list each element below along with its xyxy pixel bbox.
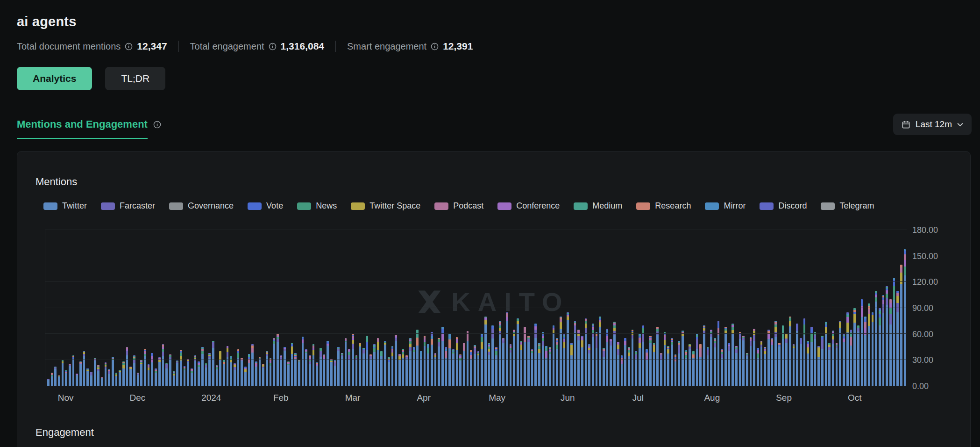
bar[interactable] [334,360,336,386]
bar[interactable] [553,325,555,386]
bar[interactable] [266,351,268,386]
bar[interactable] [746,353,748,386]
bar[interactable] [703,325,705,386]
bar[interactable] [510,344,512,386]
bar[interactable] [538,343,540,386]
bar[interactable] [230,356,232,386]
bar[interactable] [560,317,562,386]
bar[interactable] [610,339,612,386]
info-icon[interactable] [125,43,133,50]
bar[interactable] [556,338,558,386]
bar[interactable] [721,349,723,386]
bar[interactable] [137,373,139,386]
bar[interactable] [208,353,211,386]
bar[interactable] [714,338,716,386]
bar[interactable] [757,348,759,386]
bar[interactable] [212,341,214,386]
bar[interactable] [599,317,601,386]
legend-item[interactable]: Governance [169,201,234,211]
bar[interactable] [617,342,619,386]
bar[interactable] [359,343,361,386]
bar[interactable] [689,344,691,386]
legend-item[interactable]: Discord [760,201,807,211]
bar[interactable] [800,338,802,386]
bar[interactable] [774,321,777,386]
bar[interactable] [380,351,383,386]
bar[interactable] [101,377,103,386]
bar[interactable] [427,344,429,386]
bar[interactable] [366,336,369,386]
info-icon[interactable] [431,43,439,50]
bar[interactable] [807,341,809,386]
bar[interactable] [327,341,329,386]
bar[interactable] [384,341,386,386]
bar[interactable] [47,379,50,386]
bar[interactable] [782,325,784,386]
bar[interactable] [316,362,318,386]
bar[interactable] [632,330,634,386]
bar[interactable] [452,349,454,386]
legend-item[interactable]: News [297,201,337,211]
bar[interactable] [105,362,107,386]
bar[interactable] [563,334,566,386]
bar[interactable] [184,366,186,386]
bar[interactable] [373,344,376,386]
bar[interactable] [463,343,465,386]
bar[interactable] [416,330,419,386]
tab-analytics[interactable]: Analytics [17,67,92,90]
bar[interactable] [810,327,813,386]
bar[interactable] [273,338,275,386]
bar[interactable] [248,354,250,386]
bar[interactable] [456,337,458,386]
bar[interactable] [140,360,142,386]
bar[interactable] [262,364,264,386]
bar[interactable] [148,364,150,386]
bar[interactable] [900,265,902,386]
bar[interactable] [710,330,712,386]
bar[interactable] [606,329,609,386]
bar[interactable] [355,355,358,386]
bar[interactable] [653,343,655,386]
bar[interactable] [861,299,863,386]
bar[interactable] [635,351,637,386]
bar[interactable] [836,343,838,386]
bar[interactable] [624,338,626,386]
bar[interactable] [162,344,164,386]
bar[interactable] [133,355,135,386]
bar[interactable] [119,370,121,386]
bar[interactable] [237,349,240,386]
date-range-picker[interactable]: Last 12m [893,114,972,135]
bar[interactable] [896,291,899,386]
bar[interactable] [126,347,128,386]
bar[interactable] [707,347,709,386]
bar[interactable] [789,317,791,386]
bar[interactable] [176,360,178,386]
bar[interactable] [517,318,519,386]
bar[interactable] [320,348,322,386]
bar[interactable] [194,355,197,386]
legend-item[interactable]: Vote [248,201,283,211]
bar[interactable] [771,338,774,386]
bar[interactable] [69,364,71,386]
legend-item[interactable]: Farcaster [101,201,155,211]
bar[interactable] [588,344,590,386]
bar[interactable] [180,350,182,386]
bar[interactable] [889,299,892,386]
bar[interactable] [513,330,515,386]
bar[interactable] [115,373,118,386]
bar[interactable] [352,334,354,386]
bar[interactable] [850,330,852,386]
bar[interactable] [488,343,490,386]
bar[interactable] [872,312,874,386]
bar[interactable] [753,329,755,386]
bar[interactable] [255,361,257,386]
bar[interactable] [298,360,300,386]
bar[interactable] [793,344,795,386]
bar[interactable] [330,359,333,386]
bar[interactable] [656,327,659,386]
bar[interactable] [467,331,469,386]
bar[interactable] [696,334,698,386]
bar[interactable] [434,353,437,386]
bar[interactable] [144,349,146,386]
info-icon[interactable] [269,43,277,50]
